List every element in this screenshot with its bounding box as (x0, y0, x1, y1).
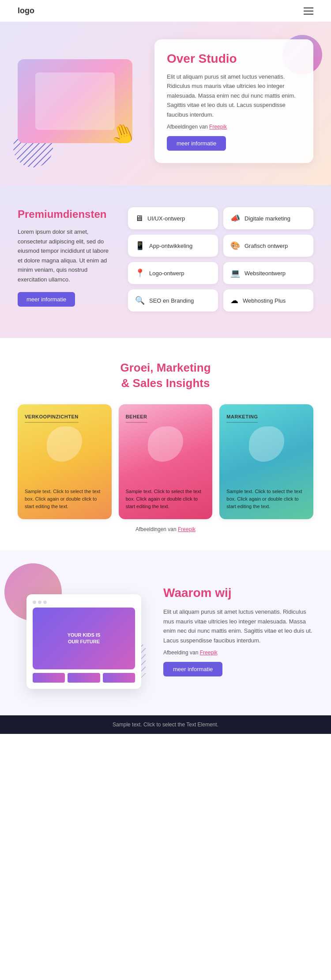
insight-card-label: MARKETING (226, 414, 258, 423)
service-icon: 💻 (230, 268, 240, 278)
service-card[interactable]: 📱 App-ontwikkeling (128, 235, 218, 257)
insights-section: Groei, Marketing & Sales Insights VERKOO… (0, 338, 331, 550)
whyus-mockup-bar (33, 600, 135, 604)
service-icon: ☁ (230, 296, 238, 305)
hero-section: 🤚 Over Studio Elit ut aliquam purus sit … (0, 22, 331, 185)
insight-card-text: Sample text. Click to select the text bo… (226, 488, 306, 510)
whyus-right-panel: Waarom wij Elit ut aliquam purus sit ame… (163, 585, 313, 676)
whyus-mockup-row (33, 673, 135, 683)
service-label: Grafisch ontwerp (244, 243, 288, 249)
whyus-description: Elit ut aliquam purus sit amet luctus ve… (163, 607, 313, 645)
whyus-title: Waarom wij (163, 585, 313, 601)
hero-mockup-inner (35, 72, 115, 130)
services-left-panel: Premiumdiensten Lorem ipsum dolor sit am… (18, 207, 110, 307)
insights-title: Groei, Marketing & Sales Insights (18, 360, 313, 391)
service-label: App-ontwikkeling (149, 243, 192, 249)
insight-card-text: Sample text. Click to select the text bo… (126, 488, 206, 510)
insight-card-blob (25, 426, 105, 462)
blob-shape (47, 426, 82, 462)
services-description: Lorem ipsum dolor sit amet, consectetur … (18, 227, 110, 284)
service-label: UI/UX-ontwerp (147, 215, 185, 222)
insights-freepik-credit: Afbeeldingen van Freepik (18, 526, 313, 532)
service-icon: 📍 (135, 268, 145, 278)
service-label: SEO en Branding (149, 297, 194, 304)
whyus-mockup-content: YOUR KIDS IS OUR FUTURE (33, 608, 135, 669)
logo: logo (18, 6, 34, 15)
whyus-box-2 (68, 673, 100, 683)
service-label: Digitale marketing (244, 215, 290, 222)
hero-image: 🤚 (18, 59, 141, 143)
blob-shape (249, 426, 284, 462)
whyus-box-1 (33, 673, 65, 683)
service-icon: 🖥 (135, 214, 143, 223)
services-section: Premiumdiensten Lorem ipsum dolor sit am… (0, 185, 331, 338)
hero-description: Elit ut aliquam purus sit amet luctus ve… (167, 72, 301, 119)
whyus-dot-1 (33, 600, 36, 604)
hero-freepik-credit: Afbeeldingen van Freepik (167, 124, 301, 130)
service-card[interactable]: ☁ Webhosting Plus (223, 289, 313, 311)
service-card[interactable]: 🖥 UI/UX-ontwerp (128, 207, 218, 229)
service-label: Logo-ontwerp (149, 270, 184, 277)
whyus-dot-2 (38, 600, 41, 604)
service-card[interactable]: 🎨 Grafisch ontwerp (223, 235, 313, 257)
whyus-mockup: YOUR KIDS IS OUR FUTURE (26, 594, 141, 689)
insight-card: MARKETING Sample text. Click to select t… (219, 404, 313, 519)
whyus-freepik-link[interactable]: Freepik (200, 650, 218, 656)
service-label: Webhosting Plus (243, 297, 286, 304)
service-icon: 🎨 (230, 241, 240, 251)
hero-title: Over Studio (167, 52, 301, 66)
services-grid: 🖥 UI/UX-ontwerp 📣 Digitale marketing 📱 A… (128, 207, 313, 311)
hero-more-info-button[interactable]: meer informatie (167, 136, 226, 151)
insights-cards: VERKOOPINZICHTEN Sample text. Click to s… (18, 404, 313, 519)
footer-text: Sample text. Click to select the Text El… (18, 722, 313, 728)
service-card[interactable]: 📣 Digitale marketing (223, 207, 313, 229)
service-label: Websiteontwerp (244, 270, 286, 277)
whyus-box-3 (103, 673, 135, 683)
insight-card: BEHEER Sample text. Click to select the … (119, 404, 213, 519)
insights-freepik-link[interactable]: Freepik (178, 526, 196, 532)
footer: Sample text. Click to select the Text El… (0, 715, 331, 734)
whyus-freepik-credit: Afbeelding van Freepik (163, 650, 313, 656)
insight-card-blob (226, 426, 306, 462)
insight-card-label: VERKOOPINZICHTEN (25, 414, 79, 423)
insight-card-label: BEHEER (126, 414, 147, 423)
services-more-info-button[interactable]: meer informatie (18, 292, 75, 307)
blob-shape (148, 426, 183, 462)
service-icon: 🔍 (135, 296, 145, 305)
whyus-section: YOUR KIDS IS OUR FUTURE Waarom wij Elit … (0, 550, 331, 715)
hero-freepik-link[interactable]: Freepik (209, 124, 227, 130)
whyus-mockup-text: YOUR KIDS IS OUR FUTURE (63, 627, 105, 650)
hero-text-card: Over Studio Elit ut aliquam purus sit am… (154, 39, 313, 163)
service-card[interactable]: 🔍 SEO en Branding (128, 289, 218, 311)
insight-card-blob (126, 426, 206, 462)
whyus-left: YOUR KIDS IS OUR FUTURE (18, 572, 150, 689)
insight-card-text: Sample text. Click to select the text bo… (25, 488, 105, 510)
whyus-more-info-button[interactable]: meer informatie (163, 662, 222, 676)
service-icon: 📣 (230, 213, 240, 223)
hero-mockup: 🤚 (18, 59, 132, 143)
whyus-dot-3 (43, 600, 47, 604)
service-card[interactable]: 💻 Websiteontwerp (223, 262, 313, 284)
insight-card: VERKOOPINZICHTEN Sample text. Click to s… (18, 404, 112, 519)
header: logo (0, 0, 331, 22)
service-card[interactable]: 📍 Logo-ontwerp (128, 262, 218, 284)
hamburger-menu[interactable] (304, 8, 313, 15)
service-icon: 📱 (135, 241, 145, 251)
services-title: Premiumdiensten (18, 207, 110, 221)
